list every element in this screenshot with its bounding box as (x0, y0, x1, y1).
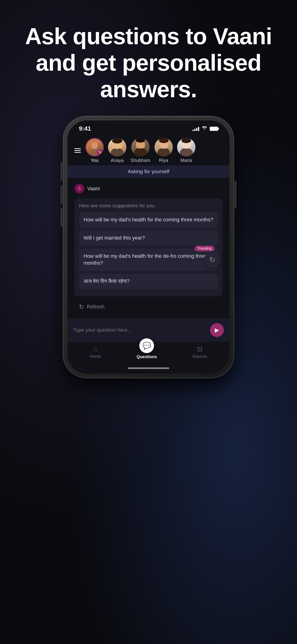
edit-icon: ✏️ (97, 149, 103, 156)
svg-point-8 (134, 148, 147, 156)
refresh-button[interactable]: ↻ Refresh (74, 301, 223, 313)
suggestion-3-text: How will be my dad's health for the de-f… (84, 253, 214, 267)
avatar-you: ✏️ (86, 138, 104, 156)
suggestion-1-text: How will be my dad's health for the comi… (84, 216, 214, 224)
asking-bar: Asking for yourself (68, 166, 230, 178)
home-icon: ⌂ (94, 345, 98, 353)
avatar-shubham-image (131, 138, 150, 156)
status-bar: 9:41 (68, 120, 230, 134)
svg-point-6 (112, 138, 122, 144)
phone-outer-frame: 9:41 (63, 116, 234, 378)
reports-label: Reports (192, 354, 207, 359)
scroll-to-bottom-button[interactable]: ↻ (204, 252, 220, 268)
hero-section: Ask questions to Vaani and get personali… (0, 0, 297, 116)
status-time: 9:41 (79, 125, 91, 132)
svg-point-2 (92, 142, 98, 148)
svg-point-16 (180, 148, 193, 156)
avatar-maria-image (177, 138, 196, 156)
home-label: Home (90, 354, 101, 359)
refresh-icon: ↻ (79, 303, 84, 310)
vaani-header: Vaani (74, 184, 223, 194)
app-header: ✏️ You (68, 134, 230, 166)
contact-anaya-label: Anaya (111, 158, 124, 163)
suggestions-container: Here are some suggestions for you. How w… (74, 198, 223, 296)
questions-label: Questions (136, 354, 157, 359)
vaani-name: Vaani (87, 186, 100, 192)
contact-shubham[interactable]: Shubham (130, 138, 150, 163)
nav-home[interactable]: ⌂ Home (90, 345, 101, 359)
bottom-nav: ⌂ Home 💬 Questions ⊡ Reports (68, 342, 230, 365)
contact-you[interactable]: ✏️ You (86, 138, 104, 163)
menu-button[interactable] (74, 148, 81, 153)
questions-icon: 💬 (142, 342, 151, 350)
signal-icon (192, 126, 199, 131)
suggestion-1[interactable]: How will be my dad's health for the comi… (79, 212, 218, 228)
wifi-icon (202, 126, 207, 131)
send-icon: ▶ (215, 327, 219, 333)
svg-point-12 (157, 148, 170, 156)
asking-label: Asking for yourself (128, 168, 170, 174)
avatar-anaya-image (108, 138, 126, 156)
avatar-riya (154, 138, 173, 156)
questions-circle: 💬 (139, 338, 154, 353)
home-indicator-bar (128, 367, 169, 369)
contact-riya[interactable]: Riya (154, 138, 173, 163)
svg-point-20 (79, 187, 80, 188)
vaani-avatar (74, 184, 84, 194)
svg-point-21 (79, 190, 80, 190)
contact-maria[interactable]: Maria (177, 138, 196, 163)
svg-point-14 (159, 138, 168, 143)
suggestion-2-text: Will I get married this year? (84, 234, 214, 242)
home-indicator (68, 365, 230, 374)
svg-point-4 (111, 148, 124, 156)
svg-point-18 (182, 138, 191, 143)
phone-mockup: 9:41 (63, 116, 234, 378)
phone-screen: 9:41 (68, 120, 230, 374)
avatar-shubham (131, 138, 150, 156)
question-input[interactable] (73, 327, 206, 333)
suggestion-2[interactable]: Will I get married this year? (79, 230, 218, 246)
contacts-row: ✏️ You (86, 138, 196, 163)
svg-point-10 (136, 138, 145, 142)
suggestion-3[interactable]: Trending How will be my dad's health for… (79, 248, 218, 271)
avatar-anaya (108, 138, 126, 156)
hero-title: Ask questions to Vaani and get personali… (18, 23, 278, 102)
avatar-maria (177, 138, 196, 156)
contact-shubham-label: Shubham (130, 158, 150, 163)
refresh-label: Refresh (87, 304, 104, 310)
nav-questions[interactable]: 💬 Questions (136, 345, 157, 359)
trending-badge: Trending (194, 246, 214, 251)
contact-you-label: You (91, 158, 98, 163)
chat-area: Vaani Here are some suggestions for you.… (68, 178, 230, 318)
suggestion-4-text: आज मेरा दिन कैसा रहेगा? (84, 278, 214, 285)
nav-reports[interactable]: ⊡ Reports (192, 345, 207, 359)
scroll-icon: ↻ (209, 256, 216, 264)
contact-maria-label: Maria (180, 158, 192, 163)
reports-icon: ⊡ (197, 345, 202, 353)
status-icons (192, 126, 218, 131)
send-button[interactable]: ▶ (210, 323, 224, 337)
input-area: ▶ (68, 318, 230, 342)
suggestion-4[interactable]: आज मेरा दिन कैसा रहेगा? (79, 274, 218, 289)
battery-icon (210, 127, 218, 131)
suggestion-intro: Here are some suggestions for you. (79, 203, 218, 208)
contact-anaya[interactable]: Anaya (108, 138, 126, 163)
avatar-riya-image (154, 138, 173, 156)
contact-riya-label: Riya (159, 158, 168, 163)
